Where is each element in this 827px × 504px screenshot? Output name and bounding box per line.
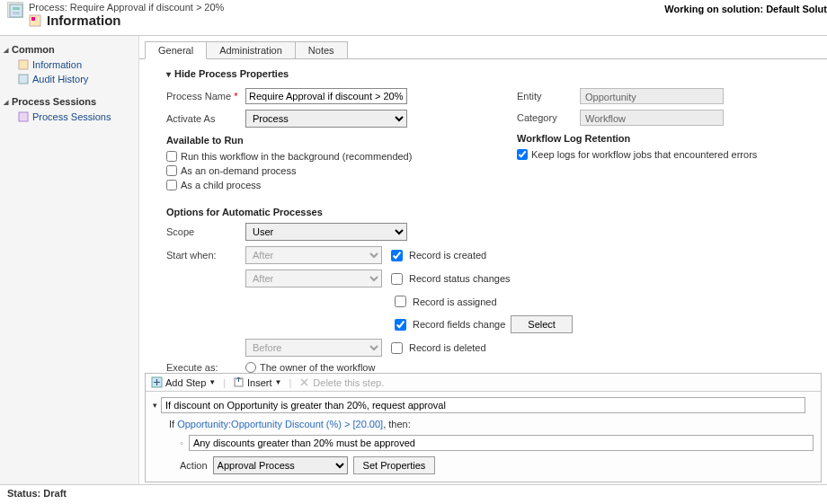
steps-panel: Add Step ▼ | Insert ▼ | Delete this st [145, 373, 822, 482]
step-description-input[interactable] [161, 397, 805, 413]
content-area: General Administration Notes Hide Proces… [139, 36, 827, 484]
tabstrip: General Administration Notes [145, 41, 827, 59]
svg-rect-1 [13, 7, 20, 10]
process-icon [7, 2, 23, 18]
substep-description-input[interactable] [189, 435, 814, 451]
process-name-input[interactable] [245, 88, 407, 104]
svg-rect-5 [19, 60, 28, 69]
form-area: Hide Process Properties Process Name * A… [139, 59, 827, 373]
chk-record-status[interactable]: Record status changes [387, 270, 511, 287]
start-when-before: Before [245, 339, 382, 357]
action-label: Action [180, 460, 208, 471]
sidebar-section-common[interactable]: Common [2, 41, 133, 57]
activate-as-select[interactable]: Process [245, 110, 407, 128]
sidebar-section-sessions[interactable]: Process Sessions [2, 93, 133, 110]
chk-on-demand[interactable]: As an on-demand process [166, 165, 481, 176]
insert-button[interactable]: Insert ▼ [233, 376, 281, 388]
svg-rect-2 [13, 12, 20, 14]
sessions-nav-icon [18, 111, 29, 122]
available-to-run-head: Available to Run [166, 135, 481, 146]
chk-record-created[interactable]: Record is created [387, 247, 486, 264]
insert-icon [233, 376, 245, 388]
scope-select[interactable]: User [245, 223, 407, 241]
bullet-icon: ◦ [180, 438, 183, 448]
execute-as-label: Execute as: [166, 362, 245, 373]
tab-general[interactable]: General [145, 41, 207, 59]
svg-rect-7 [19, 112, 28, 121]
audit-nav-icon [18, 74, 29, 84]
category-value: Workflow [580, 110, 724, 126]
hide-properties-toggle[interactable]: Hide Process Properties [166, 68, 809, 79]
info-icon [29, 14, 41, 27]
tab-notes[interactable]: Notes [295, 41, 348, 59]
svg-rect-6 [19, 75, 28, 84]
sidebar-item-process-sessions[interactable]: Process Sessions [2, 110, 133, 124]
status-bar: Status: Draft [0, 484, 827, 504]
solution-label: Working on solution: Default Solut [664, 4, 827, 14]
condition-link[interactable]: Opportunity:Opportunity Discount (%) > [… [177, 419, 383, 429]
svg-rect-0 [10, 4, 22, 17]
add-step-icon [151, 376, 163, 388]
chk-record-deleted[interactable]: Record is deleted [387, 340, 486, 357]
start-when-after2: After [245, 270, 382, 287]
log-retention-head: Workflow Log Retention [517, 133, 809, 144]
steps-toolbar: Add Step ▼ | Insert ▼ | Delete this st [146, 374, 821, 392]
category-label: Category [517, 112, 580, 123]
chk-record-fields[interactable]: Record fields change [391, 316, 505, 333]
set-properties-button[interactable]: Set Properties [353, 456, 436, 474]
process-name-label: Process Name * [166, 91, 245, 102]
condition-line: If Opportunity:Opportunity Discount (%) … [153, 419, 814, 429]
auto-options-head: Options for Automatic Processes [166, 207, 809, 217]
entity-value: Opportunity [580, 88, 724, 104]
select-fields-button[interactable]: Select [511, 315, 573, 333]
add-step-button[interactable]: Add Step ▼ [151, 376, 216, 388]
radio-exec-owner[interactable]: The owner of the workflow [245, 362, 375, 373]
chk-record-assigned[interactable]: Record is assigned [391, 293, 497, 310]
entity-label: Entity [517, 91, 580, 102]
sidebar: Common Information Audit History Process… [0, 36, 139, 484]
scope-label: Scope [166, 226, 245, 237]
chk-keep-logs[interactable]: Keep logs for workflow jobs that encount… [517, 149, 809, 160]
tab-administration[interactable]: Administration [206, 41, 296, 59]
main-layout: Common Information Audit History Process… [0, 36, 827, 484]
delete-icon [298, 376, 310, 388]
steps-body: If Opportunity:Opportunity Discount (%) … [146, 392, 821, 482]
sidebar-item-information[interactable]: Information [2, 57, 133, 72]
svg-rect-4 [31, 17, 35, 21]
sidebar-item-audit-history[interactable]: Audit History [2, 72, 133, 86]
start-when-after1: After [245, 246, 382, 264]
page-title: Information [47, 13, 121, 28]
chevron-down-icon: ▼ [209, 378, 216, 386]
info-nav-icon [18, 59, 29, 70]
activate-as-label: Activate As [166, 113, 245, 124]
top-header: Process: Require Approval if discount > … [0, 0, 827, 36]
delete-step-button: Delete this step. [298, 376, 384, 388]
chevron-down-icon: ▼ [275, 378, 282, 386]
chk-child-process[interactable]: As a child process [166, 180, 481, 190]
process-title: Process: Require Approval if discount > … [29, 2, 224, 13]
start-when-label: Start when: [166, 250, 245, 261]
action-select[interactable]: Approval Process [213, 456, 348, 474]
chk-run-background[interactable]: Run this workflow in the background (rec… [166, 151, 481, 162]
